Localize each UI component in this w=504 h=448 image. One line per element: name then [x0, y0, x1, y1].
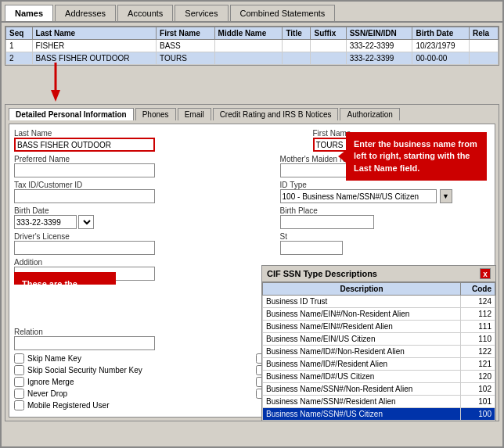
cif-desc: Business Name/ID#/Resident Alien [263, 358, 461, 371]
tab-credit[interactable]: Credit Rating and IRS B Notices [213, 108, 339, 120]
tab-combined[interactable]: Combined Statements [230, 5, 336, 21]
cif-row[interactable]: Business Name/EIN#/Non-Resident Alien 11… [263, 308, 495, 321]
tab-auth[interactable]: Authorization [340, 108, 399, 120]
id-type-row: ▼ [280, 189, 490, 203]
cif-row[interactable]: Business Name/ID#/US Citizen 120 [263, 371, 495, 383]
cif-row[interactable]: Business Name/SSN#/Resident Alien 101 [263, 396, 495, 408]
lower-section: Detailed Personal Information Phones Ema… [5, 104, 499, 421]
cif-desc: Business Name/SSN#/US Citizen [263, 408, 461, 421]
cell-birth: 10/23/1979 [412, 40, 470, 52]
cell-suffix [311, 40, 346, 52]
never-drop-label: Never Drop [27, 389, 67, 398]
tab-names[interactable]: Names [5, 5, 53, 21]
cell-first: TOURS [157, 52, 215, 65]
cell-ssn: 333-22-3399 [346, 40, 412, 52]
cif-row[interactable]: Business Name/SSN#/Non-Resident Alien 10… [263, 383, 495, 396]
cif-popup: CIF SSN Type Descriptions x Description … [261, 265, 496, 421]
cif-code: 100 [461, 408, 495, 421]
cif-code: 111 [461, 321, 495, 333]
tab-accounts[interactable]: Accounts [117, 5, 173, 21]
taxid-row: Tax ID/Customer ID ID Type ▼ [14, 181, 490, 203]
cif-row[interactable]: Business ID Trust 124 [263, 296, 495, 308]
col-suffix: Suffix [311, 27, 346, 40]
preferred-input[interactable] [14, 163, 155, 177]
tab-addresses[interactable]: Addresses [55, 5, 116, 21]
birth-row: Birth Date v Birth Place [14, 206, 490, 229]
drivers-input[interactable] [14, 241, 155, 255]
cif-row[interactable]: Business Name/ID#/Resident Alien 121 [263, 358, 495, 371]
cif-code: 110 [461, 333, 495, 346]
skip-ssn-checkbox[interactable] [14, 365, 24, 375]
cif-code: 102 [461, 383, 495, 396]
col-birth-date: Birth Date [412, 27, 470, 40]
tab-phones[interactable]: Phones [135, 108, 176, 120]
tab-services[interactable]: Services [175, 5, 228, 21]
birthplace-input[interactable] [280, 215, 374, 229]
cif-table: Description Code Business ID Trust 124 B… [262, 282, 495, 421]
taxid-input[interactable] [14, 189, 155, 203]
preferred-col: Preferred Name [14, 155, 277, 177]
drivers-label: Driver's License [14, 232, 277, 241]
last-name-label: Last Name [14, 129, 310, 138]
cif-code: 121 [461, 358, 495, 371]
col-first-name: First Name [157, 27, 215, 40]
skip-name-checkbox[interactable] [14, 353, 24, 364]
tab-email[interactable]: Email [178, 108, 211, 120]
state-label: St [280, 232, 490, 241]
ignore-merge-checkbox[interactable] [14, 377, 24, 387]
last-name-col: Last Name [14, 129, 310, 152]
birthdate-select[interactable]: v [78, 215, 94, 229]
cif-code: 120 [461, 371, 495, 383]
skip-name-label: Skip Name Key [27, 354, 81, 363]
skip-ssn-label: Skip Social Security Number Key [27, 366, 142, 375]
state-input[interactable] [280, 241, 343, 255]
idtype-col: ID Type ▼ [280, 181, 490, 203]
cell-last: FISHER [32, 40, 156, 52]
relation-input[interactable] [14, 336, 155, 350]
mobile-checkbox[interactable] [14, 400, 24, 410]
names-table-section: Seq Last Name First Name Middle Name Tit… [5, 26, 499, 66]
last-name-input[interactable] [14, 138, 155, 152]
never-drop-checkbox[interactable] [14, 389, 24, 399]
cif-title: CIF SSN Type Descriptions [267, 269, 377, 278]
birthdate-input[interactable] [14, 215, 77, 229]
section-tab-bar: Detailed Personal Information Phones Ema… [9, 108, 495, 120]
skip-ssn-row: Skip Social Security Number Key [14, 365, 248, 375]
taxid-col: Tax ID/Customer ID [14, 181, 277, 203]
id-type-dropdown-btn[interactable]: ▼ [440, 189, 452, 203]
ignore-merge-label: Ignore Merge [27, 378, 74, 386]
birthdate-col: Birth Date v [14, 206, 277, 229]
cif-row[interactable]: Business Name/SSN#/US Citizen 100 [263, 408, 495, 421]
table-row[interactable]: 1 FISHER BASS 333-22-3399 10/23/1979 [6, 40, 499, 52]
cif-row[interactable]: Business Name/EIN/US Citizen 110 [263, 333, 495, 346]
cif-desc: Business Name/SSN#/Resident Alien [263, 396, 461, 408]
ignore-merge-row: Ignore Merge [14, 377, 248, 387]
cif-desc: Business Name/ID#/Non-Resident Alien [263, 346, 461, 358]
cell-title [283, 40, 311, 52]
cif-code: 101 [461, 396, 495, 408]
cif-row[interactable]: Business Name/EIN#/Resident Alien 111 [263, 321, 495, 333]
cif-row[interactable]: Business Name/ID#/Non-Resident Alien 122 [263, 346, 495, 358]
mobile-row: Mobile Registered User [14, 400, 248, 410]
cell-seq: 1 [6, 40, 33, 52]
cif-desc: Business Name/EIN#/Resident Alien [263, 321, 461, 333]
tab-detail[interactable]: Detailed Personal Information [9, 108, 134, 120]
table-row[interactable]: 2 BASS FISHER OUTDOOR TOURS 333-22-3399 … [6, 52, 499, 65]
mobile-label: Mobile Registered User [27, 401, 110, 410]
cif-desc: Business Name/SSN#/Non-Resident Alien [263, 383, 461, 396]
taxid-label: Tax ID/Customer ID [14, 181, 277, 189]
birthdate-field: v [14, 215, 277, 229]
id-type-input[interactable] [280, 189, 437, 203]
preferred-label: Preferred Name [14, 155, 277, 163]
cif-code: 112 [461, 308, 495, 321]
col-ssn: SSN/EIN/IDN [346, 27, 412, 40]
birthplace-label: Birth Place [280, 206, 490, 215]
col-title: Title [283, 27, 311, 40]
cif-col-desc: Description [263, 283, 461, 296]
cell-ssn: 333-22-3399 [346, 52, 412, 65]
cif-desc: Business Name/ID#/US Citizen [263, 371, 461, 383]
cif-close-btn[interactable]: x [480, 268, 491, 279]
col-last-name: Last Name [32, 27, 156, 40]
callout-business-name: Enter the business name from left to rig… [346, 132, 487, 181]
cell-seq: 2 [6, 52, 33, 65]
